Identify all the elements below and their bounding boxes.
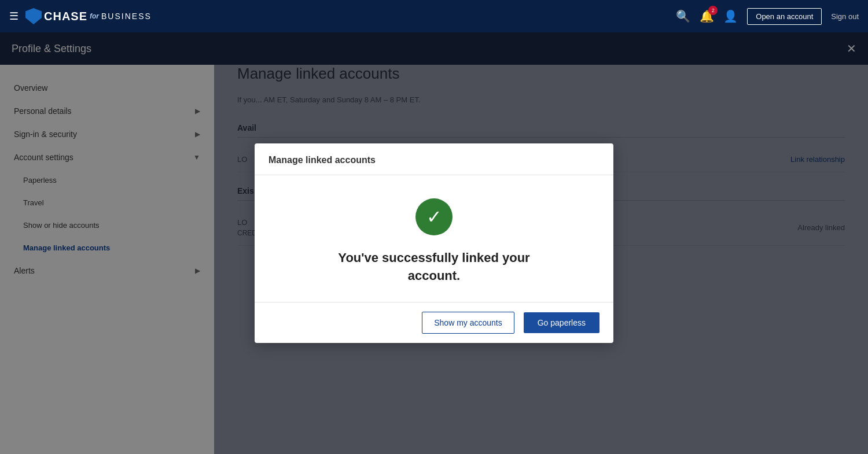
modal-footer: Show my accounts Go paperless [255, 302, 613, 343]
logo-business: BUSINESS [101, 12, 152, 21]
search-icon[interactable]: 🔍 [676, 9, 690, 23]
show-accounts-button[interactable]: Show my accounts [422, 312, 514, 334]
go-paperless-button[interactable]: Go paperless [524, 312, 599, 333]
nav-left: ☰ CHASE for BUSINESS [9, 8, 152, 24]
page-wrapper: Profile & Settings ✕ Overview Personal d… [0, 32, 868, 454]
modal-title: Manage linked accounts [269, 155, 376, 165]
success-icon-circle: ✓ [415, 198, 453, 235]
success-message: You've successfully linked your account. [324, 249, 544, 285]
logo-shield-icon [25, 8, 42, 24]
profile-icon[interactable]: 👤 [723, 9, 738, 23]
modal-overlay: Manage linked accounts ✓ You've successf… [0, 32, 868, 454]
nav-right: 🔍 🔔 2 👤 Open an account Sign out [676, 8, 859, 25]
notification-badge: 2 [708, 6, 718, 15]
top-nav: ☰ CHASE for BUSINESS 🔍 🔔 2 👤 Open an acc… [0, 0, 868, 32]
hamburger-icon[interactable]: ☰ [9, 10, 19, 23]
open-account-button[interactable]: Open an account [747, 8, 822, 25]
modal-body: ✓ You've successfully linked your accoun… [255, 175, 613, 302]
modal-header: Manage linked accounts [255, 143, 613, 175]
sign-out-button[interactable]: Sign out [831, 12, 859, 21]
check-icon: ✓ [426, 206, 442, 228]
logo: CHASE for BUSINESS [25, 8, 152, 24]
logo-text: CHASE [44, 10, 87, 23]
notifications-icon[interactable]: 🔔 2 [700, 9, 714, 23]
logo-for: for [90, 12, 99, 20]
modal: Manage linked accounts ✓ You've successf… [255, 143, 613, 344]
